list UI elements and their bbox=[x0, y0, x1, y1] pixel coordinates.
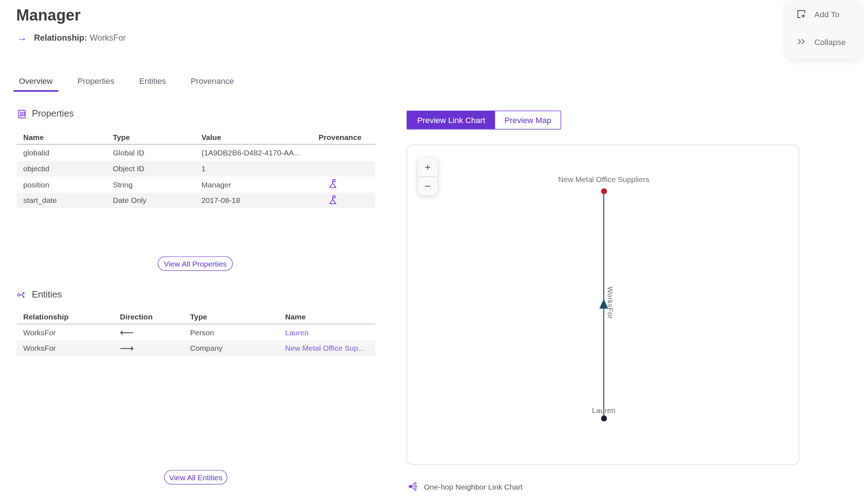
entity-link[interactable]: New Metal Office Sup... bbox=[285, 344, 364, 353]
relationship-value: WorksFor bbox=[90, 33, 126, 42]
entity-relationship: WorksFor bbox=[17, 344, 114, 353]
collapse-label: Collapse bbox=[814, 37, 846, 46]
relationship-arrow-icon: → bbox=[17, 32, 27, 43]
properties-table: Name Type Value Provenance globalid Glob… bbox=[17, 130, 375, 208]
view-all-properties-button[interactable]: View All Properties bbox=[158, 256, 233, 271]
preview-link-chart-button[interactable]: Preview Link Chart bbox=[407, 111, 495, 129]
properties-section-heading: Properties bbox=[17, 109, 74, 119]
chart-caption: One-hop Neighbor Link Chart bbox=[408, 481, 523, 492]
entities-table-header: Relationship Direction Type Name bbox=[17, 309, 375, 324]
prop-type: Object ID bbox=[107, 164, 195, 173]
relationship-label: Relationship: bbox=[34, 33, 87, 42]
edge-label: WorksFor bbox=[606, 287, 614, 319]
properties-icon bbox=[17, 109, 27, 119]
properties-section-title: Properties bbox=[32, 109, 74, 119]
node-label: Lauren bbox=[517, 406, 690, 414]
actions-card: Add To Collapse bbox=[786, 2, 861, 59]
entities-section-title: Entities bbox=[32, 289, 62, 300]
table-row: WorksFor ⟵ Person Lauren bbox=[17, 324, 375, 340]
tab-overview[interactable]: Overview bbox=[14, 76, 58, 92]
node-label: New Metal Office Suppliers bbox=[517, 175, 690, 183]
entity-relationship: WorksFor bbox=[17, 328, 114, 337]
col-direction: Direction bbox=[113, 312, 184, 321]
prop-type: String bbox=[107, 180, 195, 189]
prop-name: start_date bbox=[17, 196, 107, 205]
entity-type: Person bbox=[184, 328, 279, 337]
col-value: Value bbox=[195, 132, 312, 141]
entity-link[interactable]: Lauren bbox=[285, 328, 309, 337]
detail-tabs: Overview Properties Entities Provenance bbox=[14, 76, 239, 92]
col-name: Name bbox=[279, 312, 375, 321]
table-row: start_date Date Only 2017-08-18 bbox=[17, 192, 375, 208]
add-to-label: Add To bbox=[814, 9, 840, 19]
entity-type: Company bbox=[184, 344, 279, 353]
table-row: position String Manager bbox=[17, 177, 375, 192]
prop-value: {1A9DB2B6-D482-4170-AA... bbox=[195, 148, 312, 157]
node-person[interactable] bbox=[601, 416, 607, 422]
one-hop-hub-icon bbox=[408, 481, 418, 492]
chart-caption-label: One-hop Neighbor Link Chart bbox=[424, 482, 523, 491]
prop-type: Date Only bbox=[107, 196, 195, 205]
collapse-button[interactable]: Collapse bbox=[796, 36, 846, 47]
table-row: WorksFor ⟶ Company New Metal Office Sup.… bbox=[17, 340, 375, 356]
col-type: Type bbox=[107, 132, 195, 141]
col-type: Type bbox=[184, 312, 279, 321]
prop-type: Global ID bbox=[107, 148, 195, 157]
preview-toggle: Preview Link Chart Preview Map bbox=[407, 111, 561, 130]
tab-provenance[interactable]: Provenance bbox=[185, 76, 239, 92]
direction-arrow-right-icon: ⟶ bbox=[113, 342, 184, 354]
entities-table: Relationship Direction Type Name WorksFo… bbox=[17, 309, 375, 357]
col-relationship: Relationship bbox=[17, 312, 114, 321]
chevrons-right-icon bbox=[796, 36, 807, 47]
prop-value: 2017-08-18 bbox=[195, 196, 312, 205]
provenance-flag-icon[interactable] bbox=[327, 194, 338, 205]
prop-value: Manager bbox=[195, 180, 312, 189]
prop-name: objectid bbox=[17, 164, 107, 173]
prop-name: position bbox=[17, 180, 107, 189]
relationship-subtitle: → Relationship:WorksFor bbox=[17, 32, 126, 43]
tab-properties[interactable]: Properties bbox=[72, 76, 120, 92]
entity-detail-page: Manager → Relationship:WorksFor Add To C… bbox=[0, 0, 864, 504]
direction-arrow-left-icon: ⟵ bbox=[113, 326, 184, 338]
prop-value: 1 bbox=[195, 164, 312, 173]
provenance-flag-icon[interactable] bbox=[327, 178, 338, 189]
col-name: Name bbox=[17, 132, 107, 141]
zoom-in-button[interactable]: + bbox=[418, 158, 437, 177]
tab-entities[interactable]: Entities bbox=[134, 76, 171, 92]
zoom-control: + − bbox=[418, 158, 437, 196]
properties-table-header: Name Type Value Provenance bbox=[17, 130, 375, 145]
view-all-entities-button[interactable]: View All Entities bbox=[164, 470, 228, 485]
add-to-icon bbox=[796, 9, 807, 19]
node-company[interactable] bbox=[601, 188, 607, 194]
table-row: globalid Global ID {1A9DB2B6-D482-4170-A… bbox=[17, 145, 375, 160]
prop-name: globalid bbox=[17, 148, 107, 157]
page-title: Manager bbox=[16, 6, 81, 24]
entities-section-heading: Entities bbox=[17, 289, 62, 300]
add-to-button[interactable]: Add To bbox=[796, 9, 840, 19]
preview-map-button[interactable]: Preview Map bbox=[495, 111, 561, 129]
zoom-out-button[interactable]: − bbox=[418, 177, 437, 195]
table-row: objectid Object ID 1 bbox=[17, 160, 375, 176]
entities-graph-icon bbox=[17, 290, 27, 300]
link-chart-canvas[interactable]: + − WorksFor New Metal Office Suppliers … bbox=[407, 145, 800, 465]
col-provenance: Provenance bbox=[312, 132, 375, 141]
